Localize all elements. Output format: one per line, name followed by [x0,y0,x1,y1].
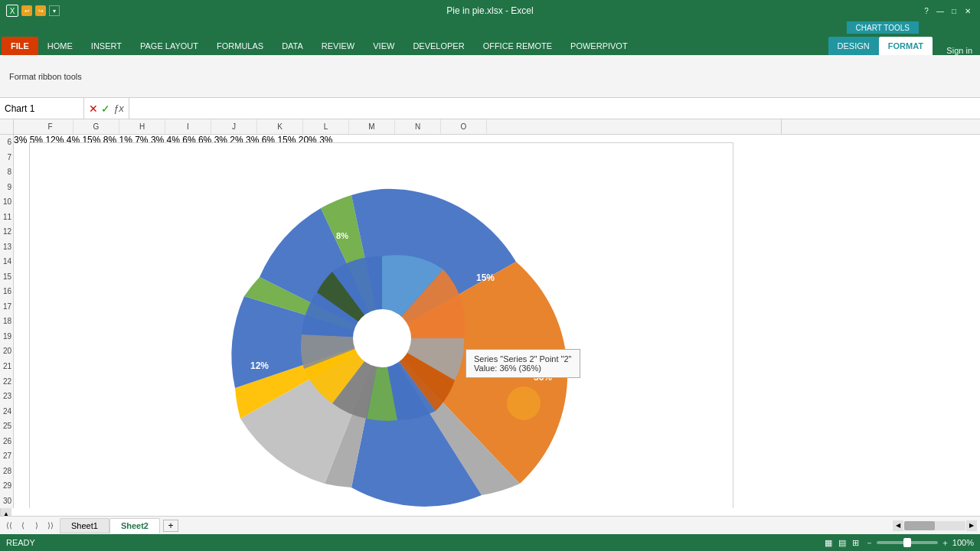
row-numbers: 6 7 8 9 10 11 12 13 14 15 16 17 18 19 20… [0,135,14,508]
tab-review[interactable]: REVIEW [312,37,364,55]
tab-home[interactable]: HOME [38,37,82,55]
close-btn[interactable]: ✕ [962,5,974,17]
chart-tools-label: CHART TOOLS [847,21,919,34]
horizontal-scrollbar[interactable]: ◀ ▶ [893,520,977,531]
column-headers: F G H I J K L M N O [0,119,980,135]
statusbar: READY ▦ ▤ ⊞ － ＋ 100% [0,534,980,551]
svg-text:36%: 36% [534,372,552,383]
col-g: G [74,119,119,134]
view-normal-icon[interactable]: ▦ [825,538,832,548]
add-sheet-btn[interactable]: + [163,520,178,532]
cancel-formula-icon[interactable]: ✕ [89,103,98,115]
col-n: N [395,119,441,134]
col-j: J [211,119,257,134]
col-k: K [257,119,303,134]
main-content: 6 7 8 9 10 11 12 13 14 15 16 17 18 19 20… [0,135,980,508]
tab-page-layout[interactable]: PAGE LAYOUT [131,37,207,55]
svg-text:8%: 8% [336,231,348,240]
col-h: H [119,119,165,134]
scroll-right-btn[interactable]: ▶ [966,520,977,531]
minimize-btn[interactable]: — [934,5,946,17]
window-title: Pie in pie.xlsx - Excel [60,5,920,16]
tab-design[interactable]: DESIGN [828,37,879,55]
sheet-tab-sheet2[interactable]: Sheet2 [109,518,160,533]
chart-container[interactable]: 15% 36% 21% 12% 8% [29,142,733,508]
tab-insert[interactable]: INSERT [82,37,131,55]
col-f: F [28,119,74,134]
tab-file[interactable]: FILE [2,37,38,55]
sheet-nav-next[interactable]: ⟩ [31,520,43,532]
zoom-control[interactable]: － ＋ 100% [865,537,974,549]
view-page-break-icon[interactable]: ⊞ [852,538,859,548]
col-m: M [349,119,395,134]
tab-format[interactable]: FORMAT [879,37,933,55]
hscroll-track[interactable] [904,521,965,530]
sheet-nav-first[interactable]: ⟨⟨ [3,520,15,532]
hscroll-thumb[interactable] [904,521,935,530]
status-right: ▦ ▤ ⊞ － ＋ 100% [825,537,974,549]
tab-formulas[interactable]: FORMULAS [207,37,273,55]
chart-svg: 15% 36% 21% 12% 8% [30,143,734,508]
view-layout-icon[interactable]: ▤ [838,538,846,548]
svg-point-0 [353,309,411,367]
tab-office-remote[interactable]: OFFICE REMOTE [474,37,561,55]
titlebar: X ↩ ↪ ▾ Pie in pie.xlsx - Excel ? — □ ✕ [0,0,980,21]
svg-point-1 [507,386,541,420]
svg-text:15%: 15% [476,272,495,283]
formula-icons: ✕ ✓ ƒx [84,98,129,119]
name-box[interactable]: Chart 1 [0,98,84,119]
sheet-nav: ⟨⟨ ⟨ ⟩ ⟩⟩ [0,520,60,532]
status-ready: READY [6,538,35,547]
scroll-left-btn[interactable]: ◀ [893,520,903,531]
ribbon-area: Format ribbon tools [0,55,980,98]
tab-view[interactable]: VIEW [364,37,403,55]
tab-developer[interactable]: DEVELOPER [403,37,473,55]
zoom-out-btn[interactable]: － [865,537,874,549]
insert-function-icon[interactable]: ƒx [113,103,124,114]
sign-in[interactable]: Sign in [933,46,978,55]
confirm-formula-icon[interactable]: ✓ [101,103,110,115]
zoom-level: 100% [952,538,974,547]
col-o: O [441,119,487,134]
svg-text:12%: 12% [250,360,269,371]
restore-btn[interactable]: □ [948,5,960,17]
col-i: I [165,119,211,134]
sheet-nav-prev[interactable]: ⟨ [17,520,29,532]
zoom-handle[interactable] [903,538,911,547]
zoom-slider[interactable] [877,541,938,544]
col-l: L [303,119,349,134]
ribbon-tabs: FILE HOME INSERT PAGE LAYOUT FORMULAS DA… [0,34,980,55]
formula-bar: Chart 1 ✕ ✓ ƒx [0,98,980,119]
tab-powerpivot[interactable]: POWERPIVOT [561,37,637,55]
ribbon-placeholder: Format ribbon tools [6,72,85,81]
help-btn[interactable]: ? [920,5,933,17]
zoom-in-btn[interactable]: ＋ [941,537,949,549]
chart-area[interactable]: 15% 36% 21% 12% 8% 3% 5% 12% 4% 15% 8% 1… [14,135,980,508]
tab-data[interactable]: DATA [273,37,312,55]
sheet-nav-last[interactable]: ⟩⟩ [44,520,57,532]
sheet-tab-sheet1[interactable]: Sheet1 [60,518,109,533]
sheet-tab-bar: ⟨⟨ ⟨ ⟩ ⟩⟩ Sheet1 Sheet2 + ◀ ▶ [0,516,980,534]
